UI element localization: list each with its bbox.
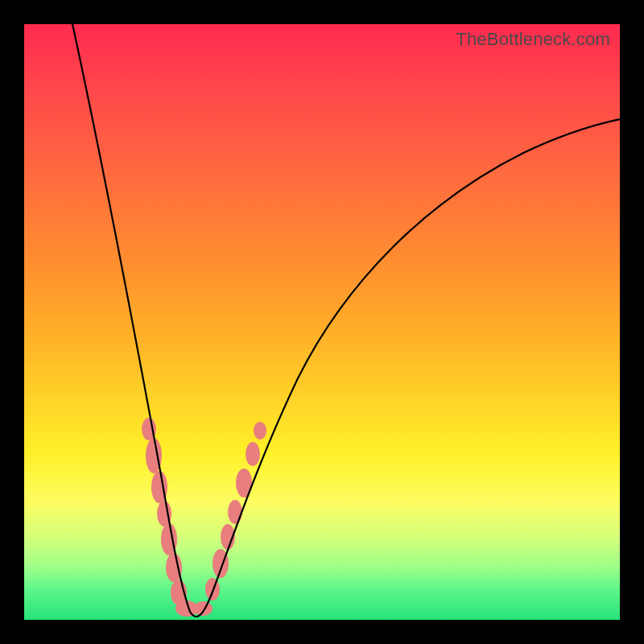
- marker-blob: [193, 601, 213, 616]
- marker-blob: [246, 442, 260, 466]
- chart-frame: TheBottleneck.com: [24, 24, 620, 620]
- bottleneck-plot: [24, 24, 620, 620]
- marker-blob: [254, 422, 266, 440]
- marker-blob: [228, 500, 242, 524]
- watermark-text: TheBottleneck.com: [456, 29, 610, 50]
- marker-layer: [142, 418, 266, 617]
- bottleneck-curve: [72, 24, 620, 617]
- marker-blob: [205, 578, 220, 601]
